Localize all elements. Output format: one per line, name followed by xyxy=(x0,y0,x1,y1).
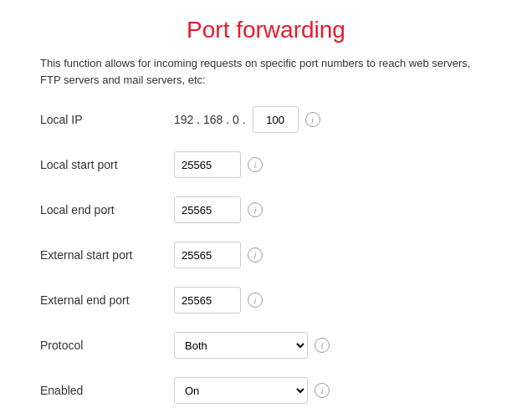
protocol-controls: Both TCP UDP i xyxy=(174,332,330,359)
local-ip-info-icon[interactable]: i xyxy=(305,112,320,127)
local-end-port-controls: i xyxy=(174,196,263,223)
external-end-port-info-icon[interactable]: i xyxy=(248,293,263,308)
protocol-row: Protocol Both TCP UDP i xyxy=(40,330,492,360)
page-description: This function allows for incoming reques… xyxy=(40,55,492,88)
protocol-select[interactable]: Both TCP UDP xyxy=(174,332,308,359)
local-start-port-row: Local start port i xyxy=(40,150,492,180)
external-end-port-controls: i xyxy=(174,287,263,314)
local-ip-last-input[interactable] xyxy=(253,106,299,133)
external-start-port-label: External start port xyxy=(40,248,174,262)
page-container: Port forwarding This function allows for… xyxy=(15,0,517,418)
local-end-port-info-icon[interactable]: i xyxy=(248,202,263,217)
enabled-select[interactable]: On Off xyxy=(174,377,308,404)
protocol-label: Protocol xyxy=(40,339,174,352)
external-start-port-input[interactable] xyxy=(174,242,241,268)
enabled-controls: On Off i xyxy=(174,377,330,404)
local-ip-controls: 192 . 168 . 0 . i xyxy=(174,106,320,133)
protocol-info-icon[interactable]: i xyxy=(315,338,330,353)
external-end-port-label: External end port xyxy=(40,293,174,307)
external-start-port-info-icon[interactable]: i xyxy=(248,247,263,263)
enabled-info-icon[interactable]: i xyxy=(315,383,330,398)
local-ip-row: Local IP 192 . 168 . 0 . i xyxy=(40,104,492,135)
enabled-row: Enabled On Off i xyxy=(40,375,492,405)
page-title: Port forwarding xyxy=(40,17,492,43)
ip-prefix: 192 . 168 . 0 . xyxy=(174,113,246,126)
local-end-port-label: Local end port xyxy=(40,203,174,217)
external-end-port-row: External end port i xyxy=(40,285,492,315)
local-start-port-input[interactable] xyxy=(174,151,241,178)
local-start-port-info-icon[interactable]: i xyxy=(248,157,263,172)
external-end-port-input[interactable] xyxy=(174,287,241,314)
local-start-port-controls: i xyxy=(174,151,263,178)
local-start-port-label: Local start port xyxy=(40,158,174,171)
enabled-label: Enabled xyxy=(40,384,174,397)
local-end-port-input[interactable] xyxy=(174,196,241,223)
local-end-port-row: Local end port i xyxy=(40,195,492,225)
external-start-port-row: External start port i xyxy=(40,240,492,270)
external-start-port-controls: i xyxy=(174,242,263,268)
local-ip-label: Local IP xyxy=(40,113,174,126)
